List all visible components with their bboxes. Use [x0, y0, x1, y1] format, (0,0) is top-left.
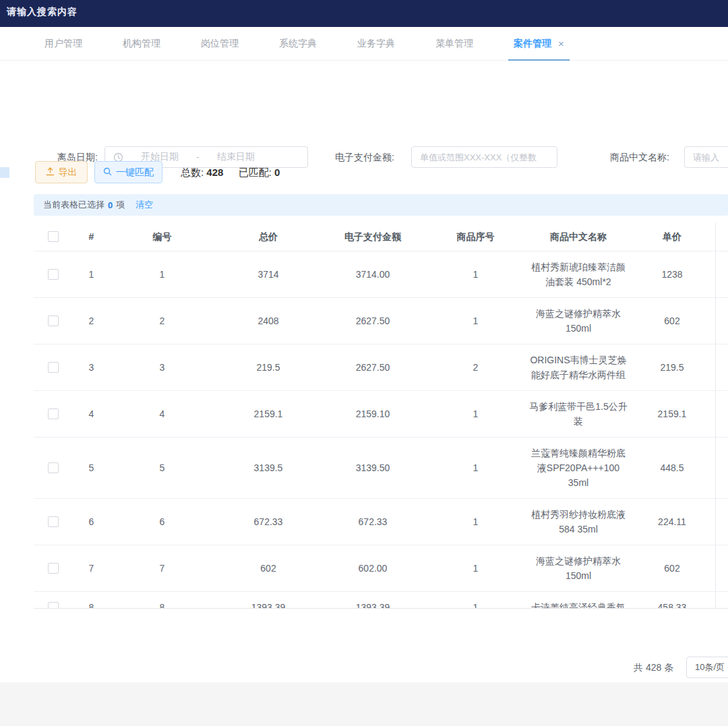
table-row: 6 6 672.33 672.33 1 植村秀羽纱持妆粉底液 584 35ml …	[34, 499, 728, 545]
cell-code: 6	[110, 499, 214, 545]
cell-total: 2408	[214, 298, 322, 344]
table-row: 7 7 602 602.00 1 海蓝之谜修护精萃水 150ml 602	[34, 545, 728, 592]
row-checkbox[interactable]	[48, 362, 59, 373]
tab-label: 菜单管理	[435, 38, 473, 50]
clear-selection-link[interactable]: 清空	[135, 199, 153, 211]
tab-5[interactable]: 业务字典	[352, 27, 400, 61]
cell-unit-price: 458.33	[629, 592, 716, 609]
table-header-row: # 编号 总价 电子支付金额 商品序号 商品中文名称 单价	[34, 222, 728, 251]
cell-paid: 2627.50	[322, 298, 423, 344]
col-header-unit: 单价	[629, 222, 716, 251]
cell-seq: 2	[423, 344, 528, 390]
row-checkbox-cell	[34, 499, 73, 545]
cell-paid: 602.00	[322, 545, 423, 591]
global-search-input[interactable]: 请输入搜索内容	[7, 6, 78, 18]
col-header-seq: 商品序号	[423, 222, 528, 251]
total-value: 428	[206, 167, 223, 178]
table-row: 4 4 2159.1 2159.10 1 马爹利蓝带干邑1.5公升装 2159.…	[34, 391, 728, 437]
tab-7[interactable]: 案件管理 ×	[508, 27, 570, 61]
row-checkbox[interactable]	[48, 563, 59, 574]
tab-3[interactable]: 岗位管理	[195, 27, 244, 61]
col-header-total: 总价	[214, 222, 322, 251]
product-name-input[interactable]	[685, 147, 728, 167]
table-row: 3 3 219.5 2627.50 2 ORIGINS韦博士灵芝焕能好底子精华水…	[34, 344, 728, 391]
left-edge-fragment	[0, 167, 9, 178]
cell-product-name: ORIGINS韦博士灵芝焕能好底子精华水两件组	[528, 344, 629, 390]
export-button[interactable]: 导出	[35, 161, 88, 183]
cell-seq: 1	[423, 298, 528, 344]
row-checkbox[interactable]	[48, 409, 59, 419]
tab-1[interactable]: 用户管理	[39, 27, 88, 61]
date-range-separator: -	[196, 152, 200, 162]
date-end-placeholder[interactable]: 结束日期	[217, 151, 255, 163]
col-header-name: 商品中文名称	[528, 222, 629, 251]
tab-label: 岗位管理	[201, 38, 239, 50]
cell-seq: 1	[423, 545, 528, 591]
cell-seq: 1	[423, 499, 528, 545]
cell-total: 2159.1	[214, 391, 322, 437]
row-checkbox[interactable]	[48, 462, 59, 473]
amount-input[interactable]	[412, 147, 557, 167]
row-checkbox[interactable]	[48, 516, 59, 527]
table-row: 2 2 2408 2627.50 1 海蓝之谜修护精萃水 150ml 602	[34, 298, 728, 344]
cell-total: 1393.39	[214, 592, 322, 609]
tab-label: 案件管理	[514, 38, 551, 50]
cell-index: 5	[73, 437, 110, 498]
cell-index: 4	[73, 391, 110, 437]
cell-unit-price: 1238	[629, 251, 716, 297]
table-body: 1 1 3714 3714.00 1 植村秀新琥珀臻萃洁颜油套装 450ml*2…	[34, 251, 728, 609]
tab-2[interactable]: 机构管理	[117, 27, 166, 61]
col-header-index: #	[73, 222, 110, 251]
row-checkbox[interactable]	[48, 269, 59, 280]
cell-paid: 1393.39	[322, 592, 423, 609]
tab-label: 业务字典	[357, 38, 395, 50]
select-all-cell	[34, 222, 73, 251]
cell-unit-price: 2159.1	[629, 391, 716, 437]
row-checkbox[interactable]	[48, 315, 59, 326]
top-navbar: 请输入搜索内容	[0, 0, 728, 27]
export-icon	[46, 167, 55, 178]
cell-code: 8	[110, 592, 214, 609]
cell-product-name: 马爹利蓝带干邑1.5公升装	[528, 391, 629, 437]
row-checkbox-cell	[34, 437, 73, 498]
row-checkbox-cell	[34, 592, 73, 609]
cell-seq: 1	[423, 592, 528, 609]
amount-filter-label: 电子支付金额:	[335, 152, 394, 164]
cell-paid: 672.33	[322, 499, 423, 545]
table-row: 8 8 1393.39 1393.39 1 卡诗菁纯亮泽经典香氛 458.33	[34, 592, 728, 609]
search-icon	[103, 167, 112, 178]
tab-close-icon[interactable]: ×	[558, 38, 564, 49]
tab-6[interactable]: 菜单管理	[430, 27, 479, 61]
cell-product-name: 兰蔻菁纯臻颜精华粉底液SPF20PA+++100 35ml	[528, 437, 629, 498]
row-checkbox-cell	[34, 298, 73, 344]
tab-label: 机构管理	[123, 38, 160, 50]
cell-unit-price: 602	[629, 545, 716, 591]
cell-index: 1	[73, 251, 110, 297]
select-all-checkbox[interactable]	[48, 231, 59, 242]
tab-bar: 用户管理 机构管理 岗位管理 系统字典 业务字典 菜单管理 案件管理 ×	[0, 27, 728, 61]
stats-summary: 总数: 428 已匹配: 0	[181, 167, 280, 179]
cell-unit-price: 224.11	[629, 499, 716, 545]
tab-label: 用户管理	[44, 38, 82, 50]
cell-product-name: 海蓝之谜修护精萃水 150ml	[528, 298, 629, 344]
product-name-filter-label: 商品中文名称:	[610, 152, 669, 164]
cell-paid: 3139.50	[322, 437, 423, 498]
col-header-code: 编号	[110, 222, 214, 251]
cell-product-name: 植村秀羽纱持妆粉底液 584 35ml	[528, 499, 629, 545]
pagination-total: 共 428 条	[634, 662, 673, 674]
cell-unit-price: 448.5	[629, 437, 716, 498]
row-checkbox-cell	[34, 344, 73, 390]
match-button-label: 一键匹配	[116, 167, 154, 179]
cell-index: 3	[73, 344, 110, 390]
table-row: 1 1 3714 3714.00 1 植村秀新琥珀臻萃洁颜油套装 450ml*2…	[34, 251, 728, 298]
cell-paid: 2627.50	[322, 344, 423, 390]
cell-paid: 2159.10	[322, 391, 423, 437]
page-size-select[interactable]: 10条/页	[686, 657, 728, 678]
amount-input-box	[411, 146, 557, 168]
cell-unit-price: 219.5	[629, 344, 716, 390]
one-click-match-button[interactable]: 一键匹配	[94, 161, 162, 183]
row-checkbox-cell	[34, 251, 73, 297]
tab-4[interactable]: 系统字典	[274, 27, 322, 61]
cell-code: 5	[110, 437, 214, 498]
row-checkbox[interactable]	[48, 602, 59, 609]
